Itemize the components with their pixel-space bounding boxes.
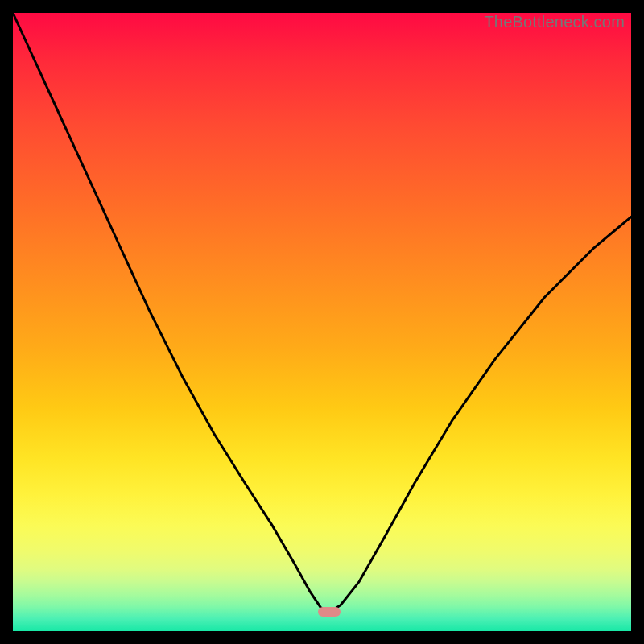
optimum-marker [318, 607, 341, 617]
chart-frame: TheBottleneck.com [0, 0, 644, 644]
plot-area: TheBottleneck.com [13, 13, 631, 631]
bottleneck-curve [13, 13, 631, 631]
curve-path [13, 13, 631, 612]
